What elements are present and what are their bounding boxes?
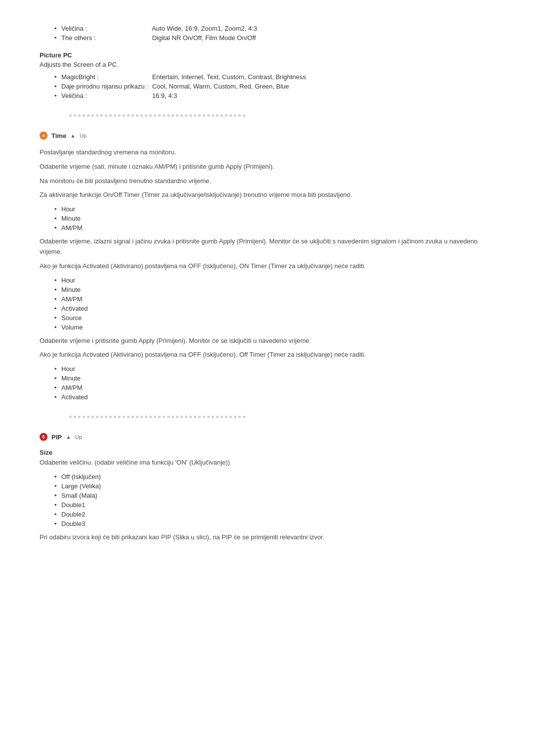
dot: [132, 416, 134, 418]
list-item: Volume: [54, 324, 494, 331]
dot: [105, 114, 107, 117]
time-para-1: Postavljanje standardnog vremena na moni…: [40, 147, 494, 158]
item-hour: Hour: [61, 277, 75, 284]
pip-section: 5 PIP ▲ Up Size Odaberite veličinu. (oda…: [40, 433, 494, 543]
list-item: Small (Mala): [54, 492, 494, 499]
dot: [114, 416, 116, 418]
item-ampm: AM/PM: [61, 295, 83, 303]
dot: [127, 114, 130, 117]
dot: [216, 114, 219, 117]
item-large: Large (Velika): [61, 482, 101, 490]
dot: [194, 416, 196, 418]
bullet-label: Daje prirodnu nijansu prikazu :: [61, 83, 150, 90]
dot: [163, 114, 165, 117]
bullet-value: Digital NR On/Off, Film Mode On/Off: [152, 34, 256, 42]
dot: [149, 416, 152, 418]
dot: [172, 416, 174, 418]
dot: [136, 416, 138, 418]
dot: [87, 114, 89, 117]
dot: [167, 114, 170, 117]
dot: [163, 416, 165, 418]
dot: [140, 416, 143, 418]
dot: [207, 114, 210, 117]
time-para-6: Ako je funkcija Activated (Aktivirano) p…: [40, 261, 494, 272]
dot: [83, 416, 85, 418]
divider-dots-1: [40, 114, 494, 117]
pip-up-text: Up: [75, 434, 82, 440]
time-para-2: Odaberite vrijeme (sati, minute i oznaku…: [40, 162, 494, 172]
dot: [74, 416, 76, 418]
dot: [198, 114, 201, 117]
dot: [91, 416, 94, 418]
item-ampm: AM/PM: [61, 224, 83, 232]
list-item: Off (Isključen): [54, 473, 494, 480]
dot: [225, 416, 227, 418]
item-ampm: AM/PM: [61, 384, 83, 391]
dot: [238, 416, 241, 418]
list-item: AM/PM: [54, 224, 494, 232]
dot: [109, 416, 112, 418]
dot: [123, 416, 125, 418]
list-item: Veličina : Auto Wide, 16:9, Zoom1, Zoom2…: [54, 25, 494, 32]
dot: [158, 114, 161, 117]
dot: [212, 114, 214, 117]
dot: [198, 416, 201, 418]
dot: [216, 416, 219, 418]
item-off: Off (Isključen): [61, 473, 101, 480]
list-item: Hour: [54, 365, 494, 373]
dot: [140, 114, 143, 117]
list-item: The others : Digital NR On/Off, Film Mod…: [54, 34, 494, 42]
dot: [167, 416, 170, 418]
dot: [69, 416, 72, 418]
dot: [234, 114, 236, 117]
size-list: Off (Isključen) Large (Velika) Small (Ma…: [40, 473, 494, 527]
bullet-label: Veličina :: [61, 25, 150, 32]
dot: [221, 114, 223, 117]
item-hour: Hour: [61, 365, 75, 373]
dot: [189, 416, 192, 418]
dot: [100, 416, 103, 418]
dot: [203, 114, 205, 117]
pip-nav-header: 5 PIP ▲ Up: [40, 433, 494, 441]
dot: [118, 416, 121, 418]
time-nav-separator: ▲: [70, 133, 76, 139]
dot: [176, 114, 178, 117]
list-item: Minute: [54, 215, 494, 222]
time-nav-icon: 4: [40, 132, 47, 140]
divider-dots-2: [40, 416, 494, 418]
time-para-3: Na monitoru će biti postavljeno trenutno…: [40, 176, 494, 187]
list-item: AM/PM: [54, 384, 494, 391]
item-hour: Hour: [61, 205, 75, 213]
dot: [221, 416, 223, 418]
velicina-section: Veličina : Auto Wide, 16:9, Zoom1, Zoom2…: [40, 25, 494, 42]
item-activated: Activated: [61, 305, 88, 312]
bullet-value: 16:9, 4:3: [152, 92, 178, 99]
list-item: Minute: [54, 286, 494, 293]
dot: [87, 416, 89, 418]
pip-nav-icon: 5: [40, 433, 47, 441]
item-double1: Double1: [61, 501, 85, 509]
pip-nav-up: Up: [75, 434, 82, 440]
dot: [180, 416, 183, 418]
dot: [83, 114, 85, 117]
dot: [136, 114, 138, 117]
picture-pc-section: Picture PC Adjusts the Screen of a PC. M…: [40, 51, 494, 99]
dot: [176, 416, 178, 418]
dot: [243, 114, 245, 117]
dot: [78, 114, 81, 117]
list-item: Veličina : 16:9, 4:3: [54, 92, 494, 99]
dot: [234, 416, 236, 418]
list-item: Large (Velika): [54, 482, 494, 490]
picture-pc-title: Picture PC: [40, 51, 494, 59]
picture-pc-list: MagicBright : Entertain, Internet, Text,…: [40, 73, 494, 99]
picture-pc-subtitle: Adjusts the Screen of a PC.: [40, 61, 494, 68]
time-para-8: Ako je funkcija Activated (Aktivirano) p…: [40, 350, 494, 360]
dot: [243, 416, 245, 418]
list-item: Source: [54, 314, 494, 322]
dot: [96, 114, 98, 117]
dot: [172, 114, 174, 117]
dot: [229, 416, 232, 418]
dot: [154, 114, 156, 117]
list-item: MagicBright : Entertain, Internet, Text,…: [54, 73, 494, 81]
time-section: 4 Time ▲ Up Postavljanje standardnog vre…: [40, 132, 494, 401]
